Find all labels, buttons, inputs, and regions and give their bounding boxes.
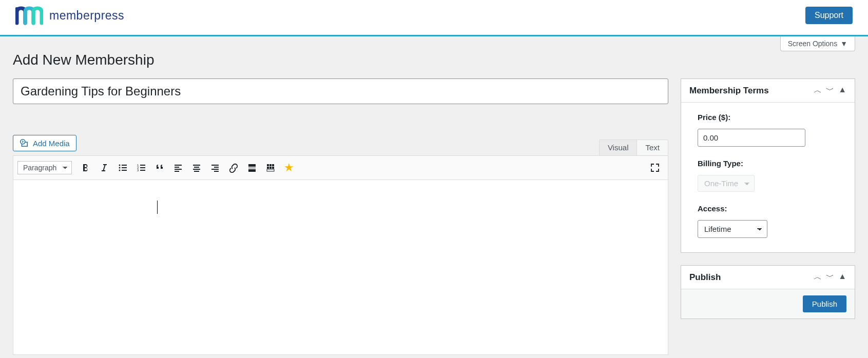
align-right-button[interactable] bbox=[206, 159, 224, 176]
publish-title: Publish bbox=[689, 272, 721, 283]
editor: Visual Text Paragraph 123 bbox=[13, 155, 668, 355]
media-icon bbox=[20, 138, 29, 148]
page-title: Add New Membership bbox=[13, 36, 855, 78]
move-down-icon[interactable]: ﹀ bbox=[826, 85, 834, 96]
svg-rect-24 bbox=[211, 169, 219, 170]
svg-rect-20 bbox=[193, 169, 200, 170]
svg-text:3: 3 bbox=[137, 169, 139, 172]
svg-rect-17 bbox=[175, 171, 179, 172]
toggle-icon[interactable]: ▲ bbox=[838, 272, 846, 283]
publish-button[interactable]: Publish bbox=[803, 295, 846, 312]
support-button[interactable]: Support bbox=[805, 7, 853, 24]
publish-body: Publish bbox=[681, 289, 855, 319]
membership-terms-title: Membership Terms bbox=[689, 86, 769, 96]
svg-rect-21 bbox=[194, 171, 199, 172]
text-cursor bbox=[157, 201, 158, 214]
membership-terms-box: Membership Terms ︿ ﹀ ▲ Price ($): Billin… bbox=[681, 78, 855, 253]
svg-rect-19 bbox=[194, 167, 199, 168]
sidebar-column: Membership Terms ︿ ﹀ ▲ Price ($): Billin… bbox=[681, 78, 855, 331]
main-column: Add Media Visual Text Paragraph 123 bbox=[13, 78, 668, 355]
svg-rect-26 bbox=[248, 164, 256, 167]
billing-type-label: Billing Type: bbox=[698, 159, 838, 168]
editor-content[interactable] bbox=[13, 180, 668, 354]
membership-title-input[interactable] bbox=[13, 78, 668, 104]
svg-rect-16 bbox=[175, 169, 182, 170]
svg-rect-11 bbox=[140, 165, 145, 166]
top-bar: memberpress Support bbox=[0, 0, 868, 36]
access-select[interactable]: Lifetime bbox=[698, 220, 767, 238]
svg-rect-33 bbox=[269, 167, 272, 169]
postbox-controls: ︿ ﹀ ▲ bbox=[814, 272, 846, 283]
brand-logo: memberpress bbox=[15, 5, 124, 26]
add-media-button[interactable]: Add Media bbox=[13, 135, 76, 151]
billing-type-select[interactable]: One-Time bbox=[698, 175, 755, 192]
svg-point-2 bbox=[119, 165, 121, 166]
tab-text[interactable]: Text bbox=[637, 140, 668, 155]
editor-toolbar: Paragraph 123 ★ bbox=[13, 156, 668, 180]
price-label: Price ($): bbox=[698, 113, 838, 122]
media-section: Add Media bbox=[13, 135, 668, 151]
italic-button[interactable] bbox=[95, 159, 113, 176]
caret-down-icon: ▼ bbox=[840, 39, 847, 48]
svg-rect-15 bbox=[175, 167, 179, 168]
fullscreen-button[interactable] bbox=[646, 159, 664, 176]
columns: Add Media Visual Text Paragraph 123 bbox=[13, 78, 855, 355]
svg-point-4 bbox=[119, 170, 121, 171]
toggle-icon[interactable]: ▲ bbox=[838, 85, 846, 96]
bullet-list-button[interactable] bbox=[114, 159, 131, 176]
memberpress-logo-icon bbox=[15, 5, 43, 26]
publish-box: Publish ︿ ﹀ ▲ Publish bbox=[681, 265, 855, 319]
svg-rect-12 bbox=[140, 167, 145, 168]
screen-options-toggle[interactable]: Screen Options ▼ bbox=[780, 36, 855, 51]
svg-rect-6 bbox=[122, 167, 127, 168]
screen-options-label: Screen Options bbox=[788, 39, 838, 48]
access-label: Access: bbox=[698, 204, 838, 213]
workspace: Screen Options ▼ Add New Membership Add … bbox=[0, 36, 868, 358]
move-up-icon[interactable]: ︿ bbox=[814, 85, 822, 96]
link-button[interactable] bbox=[225, 159, 242, 176]
postbox-controls: ︿ ﹀ ▲ bbox=[814, 85, 846, 96]
svg-rect-27 bbox=[248, 168, 256, 168]
paragraph-select[interactable]: Paragraph bbox=[17, 161, 72, 174]
svg-rect-29 bbox=[267, 164, 269, 166]
svg-rect-35 bbox=[267, 169, 274, 171]
tab-visual[interactable]: Visual bbox=[599, 140, 638, 155]
svg-point-3 bbox=[119, 167, 121, 169]
editor-tabs: Visual Text bbox=[599, 140, 668, 155]
bold-button[interactable] bbox=[77, 159, 94, 176]
svg-rect-7 bbox=[122, 170, 127, 171]
blockquote-button[interactable] bbox=[151, 159, 168, 176]
svg-rect-18 bbox=[193, 165, 200, 166]
svg-rect-22 bbox=[211, 165, 219, 166]
membership-terms-header: Membership Terms ︿ ﹀ ▲ bbox=[681, 79, 855, 103]
brand-text: memberpress bbox=[49, 9, 124, 23]
svg-rect-14 bbox=[175, 165, 182, 166]
svg-rect-30 bbox=[269, 164, 272, 166]
price-input[interactable] bbox=[698, 129, 805, 147]
svg-rect-31 bbox=[272, 164, 274, 166]
publish-header: Publish ︿ ﹀ ▲ bbox=[681, 266, 855, 289]
svg-rect-34 bbox=[272, 167, 274, 169]
move-down-icon[interactable]: ﹀ bbox=[826, 272, 834, 283]
toolbar-toggle-button[interactable] bbox=[262, 159, 279, 176]
add-media-label: Add Media bbox=[33, 139, 70, 148]
membership-terms-body: Price ($): Billing Type: One-Time Access… bbox=[681, 103, 855, 252]
svg-rect-25 bbox=[214, 171, 219, 172]
svg-rect-32 bbox=[267, 167, 269, 169]
svg-rect-5 bbox=[122, 165, 127, 166]
svg-rect-23 bbox=[214, 167, 219, 168]
numbered-list-button[interactable]: 123 bbox=[132, 159, 150, 176]
svg-rect-28 bbox=[248, 169, 256, 172]
align-center-button[interactable] bbox=[188, 159, 205, 176]
readmore-button[interactable] bbox=[243, 159, 261, 176]
move-up-icon[interactable]: ︿ bbox=[814, 272, 822, 283]
svg-rect-13 bbox=[140, 170, 145, 171]
star-button[interactable]: ★ bbox=[280, 159, 298, 176]
align-left-button[interactable] bbox=[169, 159, 187, 176]
